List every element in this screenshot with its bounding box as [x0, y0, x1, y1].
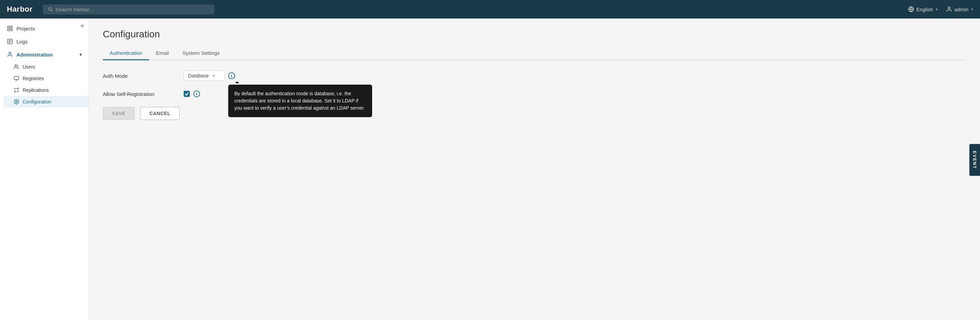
search-input[interactable] — [56, 6, 209, 12]
tab-email[interactable]: Email — [149, 46, 176, 60]
users-icon — [14, 64, 19, 70]
user-label: admin — [954, 6, 968, 12]
svg-rect-8 — [8, 29, 9, 31]
replications-icon — [14, 88, 19, 93]
save-button[interactable]: SAVE — [103, 107, 135, 120]
auth-mode-dropdown[interactable]: Database ▾ — [184, 70, 225, 81]
search-icon — [48, 6, 53, 12]
sidebar-item-replications-label: Replications — [22, 88, 49, 93]
main-content: Configuration Authentication Email Syste… — [89, 19, 980, 320]
tab-system-settings[interactable]: System Settings — [176, 46, 226, 60]
svg-line-1 — [51, 10, 52, 11]
topnav: Harbor English ▾ admin ▾ — [0, 0, 980, 19]
sidebar-item-logs-label: Logs — [16, 39, 28, 45]
user-icon — [946, 6, 952, 12]
projects-icon — [7, 25, 13, 32]
administration-icon — [7, 51, 13, 57]
auth-mode-info-icon[interactable]: i — [228, 72, 235, 79]
event-tab[interactable]: EVENT — [969, 144, 980, 176]
dropdown-arrow: ▾ — [213, 74, 215, 78]
checkmark-icon — [185, 92, 189, 96]
self-registration-label: Allow Self-Registration — [103, 91, 178, 97]
language-label: English — [916, 6, 933, 12]
svg-rect-7 — [11, 29, 12, 31]
tabs: Authentication Email System Settings — [103, 46, 966, 60]
sidebar-item-users[interactable]: Users — [3, 61, 89, 73]
language-selector[interactable]: English ▾ — [908, 6, 938, 12]
app-logo: Harbor — [7, 5, 33, 14]
self-registration-row: Allow Self-Registration i — [103, 91, 966, 97]
auth-mode-value: Database — [188, 73, 209, 78]
sidebar-item-replications[interactable]: Replications — [3, 84, 89, 96]
sidebar-item-configuration-label: Configuration — [22, 99, 51, 105]
registries-icon — [14, 76, 19, 81]
user-chevron: ▾ — [971, 7, 973, 12]
configuration-icon — [14, 99, 19, 105]
auth-mode-label: Auth Mode — [103, 73, 178, 79]
sidebar-item-registries[interactable]: Registries — [3, 73, 89, 84]
sidebar-subitems: Users Registries Replications Configurat… — [0, 61, 89, 108]
auth-mode-row: Auth Mode Database ▾ i By default the au… — [103, 70, 966, 81]
sidebar: « Projects Logs Administration ▾ — [0, 19, 89, 320]
form-actions: SAVE CANCEL — [103, 107, 966, 120]
sidebar-item-projects[interactable]: Projects — [0, 22, 89, 35]
user-menu[interactable]: admin ▾ — [946, 6, 973, 12]
svg-rect-5 — [8, 26, 9, 28]
sidebar-item-logs[interactable]: Logs — [0, 35, 89, 48]
self-registration-info-icon[interactable]: i — [193, 91, 200, 97]
topnav-right: English ▾ admin ▾ — [908, 6, 973, 12]
cancel-button[interactable]: CANCEL — [140, 107, 180, 120]
svg-rect-15 — [14, 76, 19, 80]
sidebar-item-registries-label: Registries — [22, 76, 44, 81]
page-title: Configuration — [103, 29, 966, 40]
svg-point-0 — [49, 8, 52, 11]
svg-point-13 — [9, 52, 11, 54]
sidebar-item-users-label: Users — [22, 64, 35, 70]
sidebar-administration-label: Administration — [16, 52, 53, 57]
auth-mode-control: Database ▾ i By default the authenticati… — [184, 70, 235, 81]
logs-icon — [7, 38, 13, 45]
sidebar-collapse-button[interactable]: « — [81, 22, 84, 29]
globe-icon — [908, 6, 914, 12]
administration-chevron: ▾ — [80, 52, 82, 57]
language-chevron: ▾ — [936, 7, 938, 12]
self-registration-control: i — [184, 91, 200, 97]
sidebar-item-projects-label: Projects — [16, 26, 35, 32]
svg-rect-6 — [11, 26, 12, 28]
auth-mode-info-wrapper: i By default the authentication mode is … — [228, 72, 235, 79]
tab-authentication[interactable]: Authentication — [103, 46, 149, 60]
sidebar-administration[interactable]: Administration ▾ — [0, 48, 89, 61]
self-registration-checkbox[interactable] — [184, 91, 190, 97]
svg-point-14 — [15, 65, 16, 67]
layout: « Projects Logs Administration ▾ — [0, 19, 980, 320]
svg-point-4 — [948, 7, 950, 9]
svg-point-16 — [16, 101, 17, 102]
sidebar-item-configuration[interactable]: Configuration — [3, 96, 89, 108]
search-bar[interactable] — [43, 5, 214, 14]
